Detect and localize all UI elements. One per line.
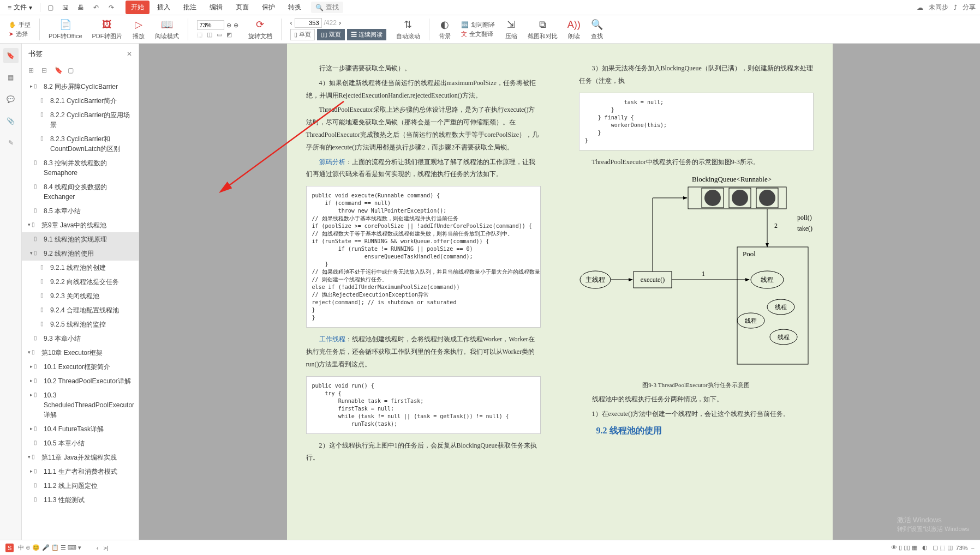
- tree-arrow-icon[interactable]: ▾: [26, 349, 32, 357]
- find-btn[interactable]: 🔍查找: [587, 18, 607, 40]
- cloud-icon[interactable]: ☁: [917, 4, 923, 11]
- next-page-icon[interactable]: ›: [339, 19, 341, 27]
- bookmark-item[interactable]: ▯8.5 本章小结: [22, 204, 139, 218]
- ime-icon[interactable]: S: [5, 544, 14, 552]
- bookmark-item[interactable]: ▸▯10.1 Executor框架简介: [22, 360, 139, 374]
- ime-status[interactable]: 中 ⊙ 😊 🎤 📋 ☰ ⌨ ▾: [18, 544, 81, 552]
- bookmark-item[interactable]: ▾▯9.2 线程池的使用: [22, 246, 139, 261]
- tab-start[interactable]: 开始: [126, 1, 150, 14]
- prev-page-icon[interactable]: ‹: [290, 19, 292, 27]
- tree-arrow-icon[interactable]: ▸: [28, 83, 34, 91]
- tree-arrow-icon[interactable]: ▾: [28, 250, 34, 257]
- bookmark-item[interactable]: ▯9.1 线程池的实现原理: [22, 232, 139, 246]
- zoom-status[interactable]: 73%: [956, 545, 968, 551]
- select-tool[interactable]: ➤选择: [9, 30, 31, 38]
- bookmark-item[interactable]: ▯9.2.5 线程池的监控: [22, 317, 139, 331]
- bookmark-item[interactable]: ▸▯11.1 生产者和消费者模式: [22, 464, 139, 479]
- bookmark-item[interactable]: ▸▯10.4 FutureTask详解: [22, 422, 139, 436]
- bookmark-item[interactable]: ▯9.2.1 线程池的创建: [22, 261, 139, 275]
- pdf-to-image[interactable]: 🖼PDF转图片: [89, 18, 126, 40]
- bookmark-item[interactable]: ▾▯第9章 Java中的线程池: [22, 218, 139, 232]
- share-icon[interactable]: ⤴: [954, 4, 957, 11]
- file-menu[interactable]: ≡ 文件 ▾: [4, 2, 35, 13]
- collapse-all-icon[interactable]: ⊟: [41, 67, 50, 75]
- tree-arrow-icon[interactable]: ▸: [28, 363, 34, 371]
- hand-tool[interactable]: ✋手型: [9, 21, 31, 29]
- bookmark-item[interactable]: ▯8.4 线程间交换数据的Exchanger: [22, 180, 139, 204]
- expand-all-icon[interactable]: ⊞: [28, 67, 37, 75]
- add-bookmark-icon[interactable]: 🔖: [55, 67, 63, 75]
- bookmark-item[interactable]: ▯9.2.2 向线程池提交任务: [22, 275, 139, 289]
- share-label[interactable]: 分享: [963, 3, 976, 12]
- view-mode-icons[interactable]: 👁 ▯ ▯▯ ▦ ◐ ▢ ⬚ ◫: [891, 544, 953, 551]
- tab-protect[interactable]: 保护: [256, 1, 280, 14]
- bookmark-item[interactable]: ▯11.3 性能测试: [22, 493, 139, 507]
- tab-page[interactable]: 页面: [230, 1, 254, 14]
- zoom-out-icon[interactable]: −: [971, 545, 975, 551]
- tree-arrow-icon[interactable]: ▾: [26, 454, 32, 461]
- bookmark-icon[interactable]: ▢: [68, 67, 76, 75]
- zoom-input[interactable]: [197, 20, 224, 30]
- bookmark-item[interactable]: ▾▯第11章 Java并发编程实践: [22, 450, 139, 464]
- close-panel-icon[interactable]: ✕: [127, 50, 132, 58]
- zoom-in-icon[interactable]: ⊕: [234, 22, 238, 29]
- fit-width-icon[interactable]: ⬚: [197, 31, 202, 38]
- save-icon[interactable]: 🖫: [60, 2, 71, 13]
- bookmark-item[interactable]: ▯8.2.3 CyclicBarrier和CountDownLatch的区别: [22, 132, 139, 156]
- bookmark-item[interactable]: ▯10.5 本章小结: [22, 436, 139, 450]
- read-mode[interactable]: 📖阅读模式: [152, 18, 182, 40]
- tree-arrow-icon[interactable]: ▾: [26, 221, 32, 229]
- search-box[interactable]: 🔍 查找: [311, 2, 343, 13]
- thumbnails-tab-icon[interactable]: ▦: [3, 70, 19, 85]
- compress-btn[interactable]: ⇲压缩: [501, 18, 521, 40]
- zoom-out-icon[interactable]: ⊖: [226, 22, 231, 29]
- page-left: 行这一步骤需要获取全局锁）。 4）如果创建新线程将使当前运行的线程超出maxim…: [287, 44, 560, 540]
- tree-arrow-icon[interactable]: ▸: [28, 391, 34, 399]
- bookmark-item[interactable]: ▯11.2 线上问题定位: [22, 479, 139, 493]
- bookmark-item[interactable]: ▯9.2.3 关闭线程池: [22, 289, 139, 303]
- redo-icon[interactable]: ↷: [106, 2, 117, 13]
- comments-tab-icon[interactable]: 💬: [3, 92, 19, 107]
- undo-icon[interactable]: ↶: [91, 2, 101, 13]
- full-translate[interactable]: 文全文翻译: [461, 30, 495, 38]
- bookmark-item[interactable]: ▸▯10.3 ScheduledThreadPoolExecutor详解: [22, 388, 139, 422]
- continuous-btn[interactable]: ☰ 连续阅读: [347, 29, 386, 40]
- bookmark-item[interactable]: ▾▯第10章 Executor框架: [22, 346, 139, 360]
- tree-arrow-icon[interactable]: ▸: [28, 425, 34, 433]
- bookmark-item[interactable]: ▸▯8.2 同步屏障CyclicBarrier: [22, 80, 139, 94]
- nav-icons[interactable]: ‹ >|: [97, 545, 109, 551]
- read-aloud-btn[interactable]: A))朗读: [564, 18, 584, 40]
- tab-annotate[interactable]: 批注: [178, 1, 202, 14]
- fit-icon[interactable]: ◩: [226, 31, 232, 38]
- crop-compare-btn[interactable]: ⧉截图和对比: [524, 18, 561, 40]
- bookmark-item[interactable]: ▯8.2.1 CyclicBarrier简介: [22, 94, 139, 108]
- dual-page-btn[interactable]: ▯▯ 双页: [317, 29, 345, 40]
- sync-label[interactable]: 未同步: [929, 3, 948, 12]
- tree-arrow-icon[interactable]: ▸: [28, 377, 34, 385]
- print-icon[interactable]: 🖶: [75, 2, 86, 13]
- bookmark-item[interactable]: ▯9.3 本章小结: [22, 331, 139, 346]
- bookmark-item[interactable]: ▯8.2.2 CyclicBarrier的应用场景: [22, 108, 139, 132]
- background-btn[interactable]: ◐背景: [435, 18, 455, 40]
- single-page-btn[interactable]: ▯ 单页: [290, 29, 315, 40]
- actual-size-icon[interactable]: ▭: [217, 31, 222, 38]
- tab-edit[interactable]: 编辑: [204, 1, 228, 14]
- bookmark-item[interactable]: ▸▯10.2 ThreadPoolExecutor详解: [22, 374, 139, 388]
- signatures-tab-icon[interactable]: ✎: [3, 135, 19, 150]
- tab-insert[interactable]: 插入: [152, 1, 176, 14]
- word-translate[interactable]: 🔤划词翻译: [461, 21, 495, 29]
- document-viewport[interactable]: 行这一步骤需要获取全局锁）。 4）如果创建新线程将使当前运行的线程超出maxim…: [139, 44, 980, 540]
- auto-scroll[interactable]: ⇅自动滚动: [393, 18, 423, 40]
- bookmarks-tab-icon[interactable]: 🔖: [3, 48, 19, 63]
- open-icon[interactable]: ▢: [45, 2, 56, 13]
- tree-arrow-icon[interactable]: ▸: [28, 468, 34, 475]
- bookmark-item[interactable]: ▯9.2.4 合理地配置线程池: [22, 303, 139, 317]
- attachments-tab-icon[interactable]: 📎: [3, 113, 19, 129]
- tab-convert[interactable]: 转换: [283, 1, 307, 14]
- play-button[interactable]: ▷播放: [129, 18, 148, 40]
- page-number-input[interactable]: [295, 18, 322, 28]
- pdf-to-office[interactable]: 📄PDF转Office: [45, 18, 86, 40]
- fit-page-icon[interactable]: ◫: [207, 31, 212, 38]
- bookmark-item[interactable]: ▯8.3 控制并发线程数的Semaphore: [22, 156, 139, 180]
- rotate-button[interactable]: ⟳旋转文档: [245, 18, 276, 40]
